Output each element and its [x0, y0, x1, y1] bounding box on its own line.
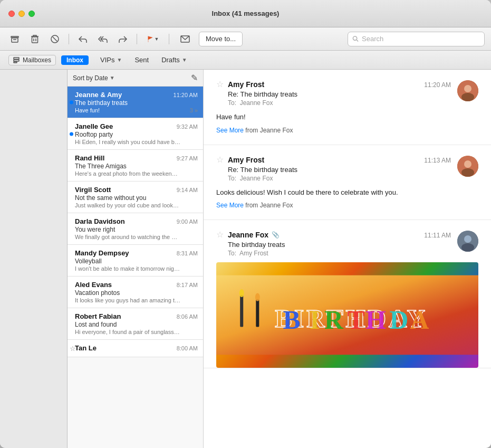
email-time-2: 11:13 AM [424, 157, 451, 164]
search-input[interactable] [362, 35, 480, 43]
list-item[interactable]: Rand Hill 9:27 AM The Three Amigas Here'… [68, 150, 203, 182]
attachment-icon: 📎 [272, 231, 280, 239]
list-item[interactable]: Janelle Gee 9:32 AM Rooftop party Hi Ede… [68, 118, 203, 150]
msg-from: Aled Evans [75, 281, 112, 289]
birthday-image: BIRTHDAY BIRTHDAY B I R T H D A [216, 262, 478, 368]
list-item[interactable]: Robert Fabian 8:06 AM Lost and found Hi … [68, 308, 203, 340]
msg-time: 9:32 AM [177, 123, 198, 130]
svg-rect-12 [14, 60, 19, 61]
email-to-3: To: Amy Frost [228, 250, 451, 257]
avatar-image-3 [457, 231, 478, 252]
forward-button[interactable] [114, 32, 131, 46]
email-meta-1: Amy Frost 11:20 AM Re: The birthday trea… [228, 80, 451, 107]
window-title: Inbox (41 messages) [212, 9, 280, 17]
mailboxes-label: Mailboxes [23, 56, 51, 64]
svg-line-7 [53, 37, 57, 41]
msg-from: Janelle Gee [75, 122, 113, 130]
svg-text:R: R [324, 306, 344, 335]
msg-subject: Vacation photos [75, 289, 198, 297]
msg-preview: We finally got around to watching the mo… [75, 234, 180, 240]
search-bar [348, 32, 485, 46]
list-item[interactable]: Aled Evans 8:17 AM Vacation photos It lo… [68, 277, 203, 308]
msg-time: 11:20 AM [174, 92, 198, 98]
msg-time: 9:00 AM [177, 218, 198, 225]
junk-button[interactable] [46, 32, 63, 46]
toolbar: ▼ Move to... [0, 27, 491, 51]
msg-subject: Rooftop party [75, 131, 198, 138]
msg-time: 9:27 AM [177, 155, 198, 161]
svg-rect-26 [256, 299, 259, 327]
email-body-2: Looks delicious! Wish I could be there t… [216, 187, 478, 198]
msg-preview: Hi Eden, I really wish you could have be… [75, 139, 180, 145]
email-meta-2: Amy Frost 11:13 AM Re: The birthday trea… [228, 156, 451, 182]
svg-rect-11 [14, 58, 19, 59]
svg-text:D: D [389, 306, 408, 335]
avatar-image-2 [457, 156, 478, 177]
list-item[interactable]: Jeanne & Amy 11:20 AM The birthday treat… [68, 87, 203, 118]
sent-label: Sent [134, 56, 149, 64]
separator-3 [169, 34, 169, 44]
svg-point-22 [461, 243, 474, 252]
new-mail-icon[interactable] [175, 32, 196, 46]
msg-from: Robert Fabian [75, 312, 121, 320]
email-subject-1: Re: The birthday treats [228, 90, 451, 98]
vips-tab[interactable]: VIPs ▼ [95, 53, 127, 67]
email-time-1: 11:20 AM [424, 81, 451, 89]
flag-button[interactable]: ▼ [142, 32, 163, 46]
email-from-2: Amy Frost [228, 156, 264, 164]
msg-time: 8:06 AM [177, 313, 198, 320]
star-button-1[interactable]: ☆ [216, 79, 224, 89]
msg-from: Mandy Dempsey [75, 249, 129, 257]
separator-1 [69, 34, 69, 44]
unread-dot [70, 100, 73, 104]
traffic-lights [8, 11, 35, 17]
msg-preview: Here's a great photo from the weekend. I… [75, 170, 180, 177]
archive-button[interactable] [6, 32, 23, 46]
email-from-1: Amy Frost [228, 80, 264, 89]
move-to-button[interactable]: Move to... [199, 32, 243, 46]
list-item[interactable]: Darla Davidson 9:00 AM You were right We… [68, 213, 203, 245]
svg-text:B: B [283, 306, 300, 335]
list-item[interactable]: Virgil Scott 9:14 AM Not the same withou… [68, 182, 203, 213]
svg-point-16 [461, 93, 474, 101]
sort-button[interactable]: Sort by Date ▼ [73, 74, 115, 82]
see-more-1[interactable]: See More from Jeanne Fox [216, 127, 478, 134]
email-card-2: ☆ Amy Frost 11:13 AM Re: The birthday tr… [204, 145, 491, 221]
svg-rect-13 [14, 62, 17, 63]
svg-rect-1 [12, 38, 18, 42]
svg-rect-24 [240, 295, 243, 327]
email-header-1: ☆ Amy Frost 11:20 AM Re: The birthday tr… [216, 80, 478, 107]
sent-tab[interactable]: Sent [129, 53, 154, 67]
mailboxes-tab[interactable]: Mailboxes [8, 55, 56, 65]
svg-text:I: I [310, 306, 320, 335]
email-header-2: ☆ Amy Frost 11:13 AM Re: The birthday tr… [216, 156, 478, 182]
msg-from: Darla Davidson [75, 217, 125, 225]
vips-chevron: ▼ [117, 57, 122, 63]
svg-point-15 [464, 85, 471, 92]
close-button[interactable] [8, 11, 15, 17]
inbox-tab-active[interactable]: Inbox [61, 55, 89, 65]
detail-pane: ☆ Amy Frost 11:20 AM Re: The birthday tr… [204, 70, 491, 448]
list-item[interactable]: ☆ Tan Le 8:00 AM [68, 340, 203, 357]
msg-from: Tan Le [75, 344, 97, 352]
reply-button[interactable] [74, 32, 91, 46]
compose-icon[interactable]: ✎ [191, 73, 198, 83]
msg-preview: Just walked by your old cube and looked … [75, 202, 180, 208]
mailboxes-icon [13, 57, 20, 63]
maximize-button[interactable] [28, 11, 35, 17]
drafts-tab[interactable]: Drafts ▼ [156, 53, 192, 67]
msg-subject: The birthday treats [75, 99, 198, 107]
drafts-chevron: ▼ [182, 57, 187, 63]
email-subject-2: Re: The birthday treats [228, 166, 451, 174]
see-more-2[interactable]: See More from Jeanne Fox [216, 202, 478, 209]
list-item[interactable]: Mandy Dempsey 8:31 AM Volleyball I won't… [68, 245, 203, 277]
see-more-from-1: from Jeanne Fox [245, 127, 293, 134]
email-subject-3: The birthday treats [228, 241, 451, 249]
star-button-3[interactable]: ☆ [216, 230, 224, 240]
minimize-button[interactable] [18, 11, 25, 17]
trash-button[interactable] [26, 32, 43, 46]
star-button-2[interactable]: ☆ [216, 155, 224, 165]
msg-from: Virgil Scott [75, 186, 111, 194]
msg-preview: Hi everyone, I found a pair of sunglasse… [75, 329, 180, 335]
reply-all-button[interactable] [94, 32, 111, 46]
